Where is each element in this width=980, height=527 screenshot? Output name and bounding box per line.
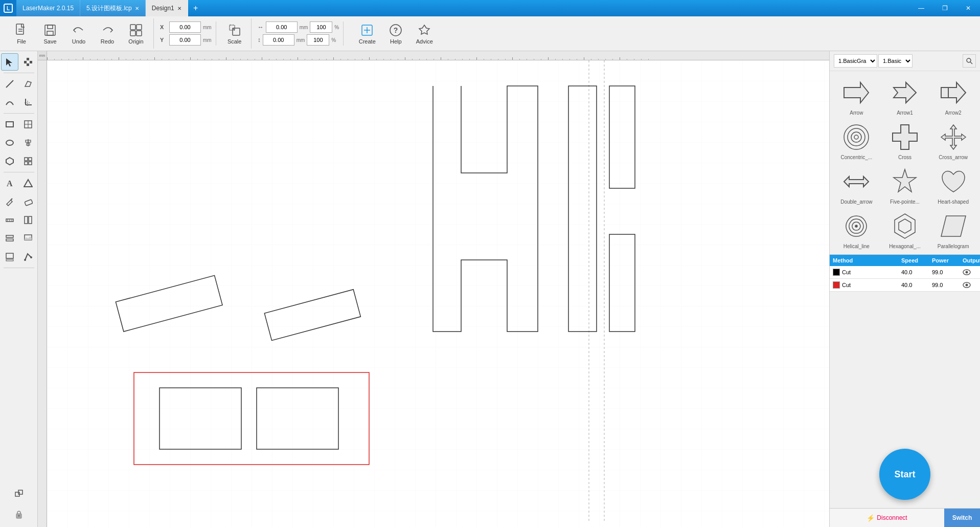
layer-1-output[interactable] bbox=[960, 279, 980, 291]
header-speed: Speed bbox=[898, 255, 929, 266]
shape-item-cross[interactable]: Cross bbox=[881, 119, 929, 162]
advice-label: Advice bbox=[416, 38, 433, 45]
header-power: Power bbox=[929, 255, 960, 266]
y-input[interactable] bbox=[169, 34, 201, 46]
tab-design1[interactable]: Design1 ✕ bbox=[146, 0, 188, 16]
shape-label-parallelogram: Parallelogram bbox=[938, 244, 969, 249]
measure-tool[interactable] bbox=[1, 211, 18, 229]
x-input[interactable] bbox=[169, 21, 201, 33]
edit-tool[interactable] bbox=[1, 193, 18, 210]
help-button[interactable]: ? Help bbox=[382, 19, 409, 48]
tab-design1-close[interactable]: ✕ bbox=[177, 6, 181, 11]
tab-add-button[interactable]: + bbox=[188, 0, 203, 16]
rect-tool[interactable] bbox=[1, 116, 18, 133]
svg-text:L: L bbox=[7, 6, 10, 11]
bitmap-tool[interactable] bbox=[19, 230, 37, 247]
text-tool[interactable]: A bbox=[1, 174, 18, 192]
shape-item-five-point[interactable]: Five-pointe... bbox=[881, 163, 929, 207]
svg-rect-21 bbox=[24, 61, 27, 63]
origin-button[interactable]: Origin bbox=[123, 19, 149, 48]
layers-tool[interactable] bbox=[1, 230, 18, 247]
triangle-tool[interactable] bbox=[19, 174, 37, 192]
start-button[interactable]: Start bbox=[879, 449, 930, 500]
crop-tool[interactable] bbox=[19, 94, 37, 111]
table-tool[interactable] bbox=[19, 116, 37, 133]
layer-row-1[interactable]: Cut 40.0 99.0 bbox=[830, 279, 980, 292]
svg-rect-40 bbox=[29, 158, 32, 161]
scale-button[interactable]: Scale bbox=[222, 19, 247, 48]
close-button[interactable]: ✕ bbox=[956, 0, 980, 16]
shape-item-heart[interactable]: Heart-shaped bbox=[929, 163, 977, 207]
file-button[interactable]: File bbox=[8, 19, 35, 48]
header-method: Method bbox=[830, 255, 898, 266]
align-tool[interactable] bbox=[19, 134, 37, 151]
svg-point-59 bbox=[30, 256, 32, 258]
shape-item-cross-arrow[interactable]: Cross_arrow bbox=[929, 119, 977, 162]
eraser-tool[interactable] bbox=[19, 193, 37, 210]
layer-0-output[interactable] bbox=[960, 267, 980, 278]
tab-template[interactable]: 5.设计图模板.lcp ✕ bbox=[80, 0, 146, 16]
w-pct-input[interactable] bbox=[310, 21, 332, 33]
ruler-corner: mm bbox=[38, 51, 47, 60]
width-input[interactable] bbox=[266, 21, 298, 33]
save-button[interactable]: Save bbox=[37, 19, 63, 48]
line-tool[interactable] bbox=[1, 75, 18, 93]
svg-rect-6 bbox=[48, 25, 53, 29]
split-tool[interactable] bbox=[19, 211, 37, 229]
select-tool[interactable] bbox=[1, 53, 18, 71]
undo-button[interactable]: Undo bbox=[65, 19, 92, 48]
height-input[interactable] bbox=[263, 34, 294, 46]
svg-rect-7 bbox=[47, 31, 53, 35]
lock-button[interactable] bbox=[10, 506, 28, 523]
create-button[interactable]: Create bbox=[354, 19, 380, 48]
coord-group: X mm Y mm bbox=[156, 21, 216, 46]
pen-tool[interactable] bbox=[19, 75, 37, 93]
svg-marker-87 bbox=[941, 125, 966, 149]
shape-header: 1.BasicGra 1.Basic bbox=[830, 51, 980, 71]
grid-tool[interactable] bbox=[19, 152, 37, 170]
shape-label-hexagonal: Hexagonal_... bbox=[889, 244, 921, 249]
polygon-tool[interactable] bbox=[1, 152, 18, 170]
layer-table-header: Method Speed Power Output bbox=[830, 255, 980, 266]
shape-item-double-arrow[interactable]: Double_arrow bbox=[833, 163, 880, 207]
redo-button[interactable]: Redo bbox=[94, 19, 121, 48]
svg-marker-20 bbox=[6, 58, 12, 67]
shape-item-arrow[interactable]: Arrow bbox=[833, 74, 880, 118]
combine-tool[interactable] bbox=[10, 485, 28, 502]
canvas-area[interactable]: mm 209.59214.14218.70223.26227.81232.372… bbox=[38, 51, 829, 527]
shape-item-arrow1[interactable]: Arrow1 bbox=[881, 74, 929, 118]
path-tool[interactable] bbox=[19, 248, 37, 266]
curve-tool[interactable] bbox=[1, 94, 18, 111]
shape-item-arrow2[interactable]: Arrow2 bbox=[929, 74, 977, 118]
advice-button[interactable]: Advice bbox=[411, 19, 438, 48]
shape-item-parallelogram[interactable]: Parallelogram bbox=[929, 208, 977, 251]
shape-label-double-arrow: Double_arrow bbox=[840, 199, 872, 205]
shape-item-helical[interactable]: Helical_line bbox=[833, 208, 880, 251]
layer-0-power: 99.0 bbox=[929, 267, 960, 278]
tab-template-close[interactable]: ✕ bbox=[135, 6, 139, 11]
disconnect-label: Disconnect bbox=[877, 514, 907, 521]
restore-button[interactable]: ❐ bbox=[933, 0, 956, 16]
svg-rect-41 bbox=[25, 162, 28, 165]
h-pct-label: % bbox=[331, 37, 336, 43]
switch-button[interactable]: Switch bbox=[944, 509, 980, 527]
h-pct-input[interactable] bbox=[307, 34, 329, 46]
disconnect-button[interactable]: ⚡ Disconnect bbox=[830, 509, 944, 527]
canvas-svg[interactable] bbox=[47, 60, 829, 527]
svg-text:?: ? bbox=[394, 26, 398, 34]
shape-item-hexagonal[interactable]: Hexagonal_... bbox=[881, 208, 929, 251]
tab-lasermaker-label: LaserMaker 2.0.15 bbox=[22, 5, 74, 12]
category2-select[interactable]: 1.Basic bbox=[878, 54, 913, 68]
tab-lasermaker[interactable]: LaserMaker 2.0.15 bbox=[16, 0, 80, 16]
category1-select[interactable]: 1.BasicGra bbox=[834, 54, 877, 68]
frame-tool[interactable] bbox=[1, 248, 18, 266]
ellipse-tool[interactable] bbox=[1, 134, 18, 151]
shape-item-concentric[interactable]: Concentric_... bbox=[833, 119, 880, 162]
w-pct-label: % bbox=[334, 25, 339, 30]
canvas-content[interactable] bbox=[47, 60, 829, 527]
shape-search-button[interactable] bbox=[963, 54, 976, 68]
node-edit-tool[interactable] bbox=[19, 53, 37, 71]
minimize-button[interactable]: — bbox=[909, 0, 933, 16]
layer-row-0[interactable]: Cut 40.0 99.0 bbox=[830, 266, 980, 279]
ruler-top-marks: 209.59214.14218.70223.26227.81232.37236.… bbox=[47, 51, 829, 60]
